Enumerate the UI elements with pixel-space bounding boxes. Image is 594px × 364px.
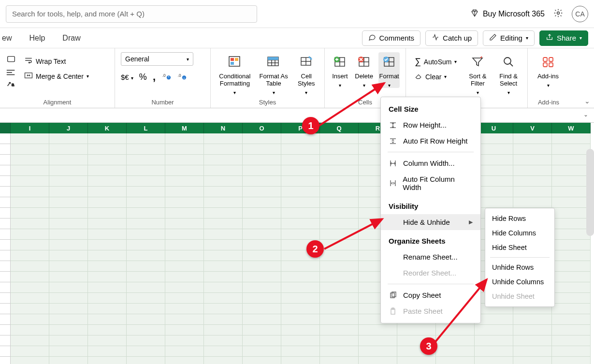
cell[interactable] — [475, 346, 513, 357]
cell[interactable] — [204, 240, 243, 250]
cell[interactable] — [49, 218, 88, 229]
cell[interactable] — [49, 208, 88, 218]
cell[interactable] — [127, 282, 165, 293]
cell[interactable] — [552, 197, 591, 208]
cell[interactable] — [88, 197, 127, 208]
cell[interactable] — [11, 240, 49, 250]
formulabar-expand-icon[interactable]: ⌄ — [583, 111, 588, 118]
cell[interactable] — [49, 229, 88, 240]
row-header[interactable] — [0, 314, 11, 325]
cell[interactable] — [320, 325, 359, 335]
cell[interactable] — [552, 346, 591, 357]
col-J[interactable]: J — [49, 123, 88, 133]
cell[interactable] — [397, 325, 436, 335]
cell[interactable] — [243, 197, 281, 208]
cell[interactable] — [320, 357, 359, 364]
search-input[interactable]: Search for tools, help, and more (Alt + … — [6, 5, 257, 23]
cell[interactable] — [127, 218, 165, 229]
cell[interactable] — [11, 314, 49, 325]
cell[interactable] — [320, 176, 359, 187]
cell[interactable] — [49, 293, 88, 304]
cell[interactable] — [88, 165, 127, 176]
cell[interactable] — [204, 335, 243, 346]
cell[interactable] — [88, 261, 127, 272]
cell[interactable] — [243, 240, 281, 250]
cell[interactable] — [127, 240, 165, 250]
cell[interactable] — [243, 346, 281, 357]
cell[interactable] — [165, 229, 204, 240]
cell[interactable] — [243, 155, 281, 165]
tab-draw[interactable]: Draw — [60, 34, 82, 43]
format-as-table-button[interactable]: Format As Table▾ — [258, 52, 290, 95]
cell[interactable] — [552, 293, 591, 304]
submenu-hide-sheet[interactable]: Hide Sheet — [485, 240, 554, 255]
merge-center-button[interactable]: Merge & Center ▾ — [21, 70, 92, 82]
cell[interactable] — [127, 208, 165, 218]
cell[interactable] — [88, 133, 127, 144]
menu-row-height[interactable]: Row Height... — [381, 117, 480, 133]
cell[interactable] — [88, 325, 127, 335]
row-header[interactable] — [0, 187, 11, 197]
cell[interactable] — [204, 357, 243, 364]
cell[interactable] — [88, 250, 127, 261]
col-M[interactable]: M — [165, 123, 204, 133]
submenu-hide-rows[interactable]: Hide Rows — [485, 211, 554, 226]
cell-styles-button[interactable]: Cell Styles▾ — [294, 52, 319, 95]
cell[interactable] — [281, 187, 320, 197]
cell[interactable] — [204, 155, 243, 165]
cell[interactable] — [552, 325, 591, 335]
cell[interactable] — [165, 325, 204, 335]
cell[interactable] — [436, 346, 475, 357]
cell[interactable] — [165, 165, 204, 176]
cell[interactable] — [320, 304, 359, 314]
cell[interactable] — [320, 261, 359, 272]
cell[interactable] — [552, 357, 591, 364]
cell[interactable] — [513, 346, 552, 357]
cell[interactable] — [11, 133, 49, 144]
col-W[interactable]: W — [552, 123, 591, 133]
cell[interactable] — [552, 314, 591, 325]
select-all-corner[interactable] — [0, 123, 11, 133]
cell[interactable] — [127, 346, 165, 357]
cell[interactable] — [281, 304, 320, 314]
cell[interactable] — [127, 176, 165, 187]
cell[interactable] — [49, 346, 88, 357]
cell[interactable] — [127, 304, 165, 314]
cell[interactable] — [88, 176, 127, 187]
cell[interactable] — [320, 282, 359, 293]
menu-copy-sheet[interactable]: Copy Sheet — [381, 287, 480, 303]
cell[interactable] — [11, 208, 49, 218]
insert-button[interactable]: Insert▾ — [331, 52, 349, 88]
cell[interactable] — [243, 261, 281, 272]
avatar[interactable]: CA — [572, 6, 588, 22]
cell[interactable] — [320, 144, 359, 155]
row-header[interactable] — [0, 250, 11, 261]
cell[interactable] — [552, 187, 591, 197]
cell[interactable] — [11, 144, 49, 155]
menu-hide-unhide[interactable]: Hide & Unhide ▶ — [381, 214, 480, 230]
cell[interactable] — [11, 357, 49, 364]
cell[interactable] — [127, 250, 165, 261]
cell[interactable] — [127, 133, 165, 144]
cell[interactable] — [88, 229, 127, 240]
cell[interactable] — [11, 197, 49, 208]
cell[interactable] — [243, 144, 281, 155]
cell[interactable] — [49, 240, 88, 250]
cell[interactable] — [243, 176, 281, 187]
cell[interactable] — [88, 240, 127, 250]
cell[interactable] — [243, 218, 281, 229]
cell[interactable] — [513, 176, 552, 187]
cell[interactable] — [320, 133, 359, 144]
cell[interactable] — [49, 335, 88, 346]
cell[interactable] — [88, 346, 127, 357]
cell[interactable] — [127, 187, 165, 197]
cell[interactable] — [127, 197, 165, 208]
cell[interactable] — [165, 304, 204, 314]
cell[interactable] — [11, 335, 49, 346]
cell[interactable] — [281, 155, 320, 165]
cell[interactable] — [204, 176, 243, 187]
row-header[interactable] — [0, 229, 11, 240]
cell[interactable] — [552, 261, 591, 272]
gear-icon[interactable] — [553, 8, 563, 20]
row-header[interactable] — [0, 272, 11, 282]
